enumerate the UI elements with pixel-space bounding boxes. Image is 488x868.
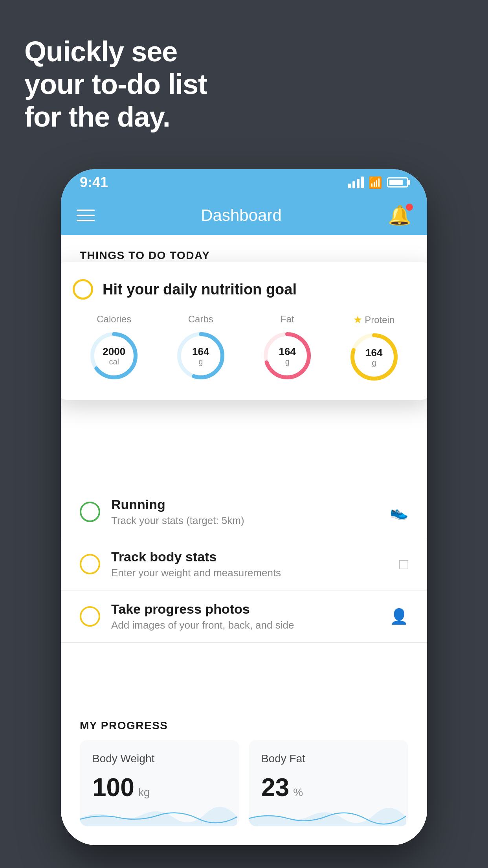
todo-text-body-stats: Track body stats Enter your weight and m… <box>111 549 399 579</box>
star-icon: ★ <box>353 314 362 326</box>
shoe-icon: 👟 <box>390 503 408 520</box>
notification-button[interactable]: 🔔 <box>388 204 411 226</box>
todo-title-body-stats: Track body stats <box>111 549 399 565</box>
menu-button[interactable] <box>77 210 95 221</box>
progress-card-fat[interactable]: Body Fat 23 % <box>249 740 408 826</box>
weight-value-wrapper: 100 kg <box>92 773 227 802</box>
card-circle-icon <box>73 279 93 300</box>
fat-label: Fat <box>281 314 294 325</box>
nutrition-stats: Calories 2000 cal Carbs <box>73 314 415 383</box>
notification-badge <box>406 204 413 211</box>
todo-subtitle-running: Track your stats (target: 5km) <box>111 515 390 527</box>
headline-line1: Quickly see <box>24 35 207 68</box>
progress-header: MY PROGRESS <box>61 705 427 740</box>
progress-section: MY PROGRESS Body Weight 100 kg B <box>61 705 427 845</box>
todo-text-running: Running Track your stats (target: 5km) <box>111 497 390 527</box>
headline-line2: your to-do list <box>24 68 207 101</box>
nutrition-protein: ★ Protein 164 g <box>349 314 400 383</box>
battery-icon <box>387 177 408 188</box>
fat-unit: % <box>293 786 303 799</box>
calories-label: Calories <box>97 314 131 325</box>
phone-content: THINGS TO DO TODAY Hit your daily nutrit… <box>61 235 427 845</box>
todo-text-photos: Take progress photos Add images of your … <box>111 601 390 631</box>
todo-title-running: Running <box>111 497 390 512</box>
fat-wave <box>249 803 406 826</box>
signal-icon <box>348 177 364 188</box>
fat-number: 23 <box>261 773 289 802</box>
protein-ring: 164 g <box>349 331 400 383</box>
status-bar: 9:41 📶 <box>61 169 427 196</box>
calories-value: 2000 cal <box>103 346 125 366</box>
wifi-icon: 📶 <box>369 176 382 189</box>
headline-line3: for the day. <box>24 101 207 133</box>
nutrition-fat: Fat 164 g <box>262 314 313 383</box>
nutrition-carbs: Carbs 164 g <box>175 314 226 383</box>
todo-item-running[interactable]: Running Track your stats (target: 5km) 👟 <box>61 486 427 538</box>
scale-icon: □ <box>399 556 408 573</box>
todo-subtitle-body-stats: Enter your weight and measurements <box>111 567 399 579</box>
protein-label-wrapper: ★ Protein <box>353 314 394 326</box>
todo-subtitle-photos: Add images of your front, back, and side <box>111 619 390 631</box>
fat-card-title: Body Fat <box>261 752 396 765</box>
weight-wave <box>80 803 237 826</box>
headline: Quickly see your to-do list for the day. <box>24 35 207 133</box>
nav-bar: Dashboard 🔔 <box>61 196 427 235</box>
todo-title-photos: Take progress photos <box>111 601 390 617</box>
protein-value: 164 g <box>365 347 382 367</box>
person-icon: 👤 <box>390 608 408 625</box>
nav-title: Dashboard <box>201 206 281 225</box>
fat-value: 164 g <box>279 346 296 366</box>
todo-circle-running <box>80 502 100 522</box>
progress-card-weight[interactable]: Body Weight 100 kg <box>80 740 239 826</box>
phone-mockup: 9:41 📶 Dashboard 🔔 THINGS TO DO TOD <box>61 169 427 845</box>
calories-ring: 2000 cal <box>88 330 139 381</box>
progress-cards: Body Weight 100 kg Body Fat 23 % <box>61 740 427 845</box>
protein-label: Protein <box>365 314 394 326</box>
carbs-label: Carbs <box>188 314 213 325</box>
weight-number: 100 <box>92 773 134 802</box>
weight-unit: kg <box>138 786 150 799</box>
carbs-value: 164 g <box>192 346 209 366</box>
status-time: 9:41 <box>80 174 108 191</box>
todo-item-photos[interactable]: Take progress photos Add images of your … <box>61 590 427 643</box>
card-header: Hit your daily nutrition goal <box>73 279 415 300</box>
fat-value-wrapper: 23 % <box>261 773 396 802</box>
weight-card-title: Body Weight <box>92 752 227 765</box>
todo-list: Running Track your stats (target: 5km) 👟… <box>61 486 427 643</box>
todo-item-body-stats[interactable]: Track body stats Enter your weight and m… <box>61 538 427 590</box>
todo-circle-body-stats <box>80 554 100 574</box>
nutrition-card: Hit your daily nutrition goal Calories 2… <box>61 262 427 400</box>
card-title: Hit your daily nutrition goal <box>103 281 297 298</box>
todo-circle-photos <box>80 606 100 627</box>
fat-ring: 164 g <box>262 330 313 381</box>
nutrition-calories: Calories 2000 cal <box>88 314 139 383</box>
carbs-ring: 164 g <box>175 330 226 381</box>
status-icons: 📶 <box>348 176 408 189</box>
